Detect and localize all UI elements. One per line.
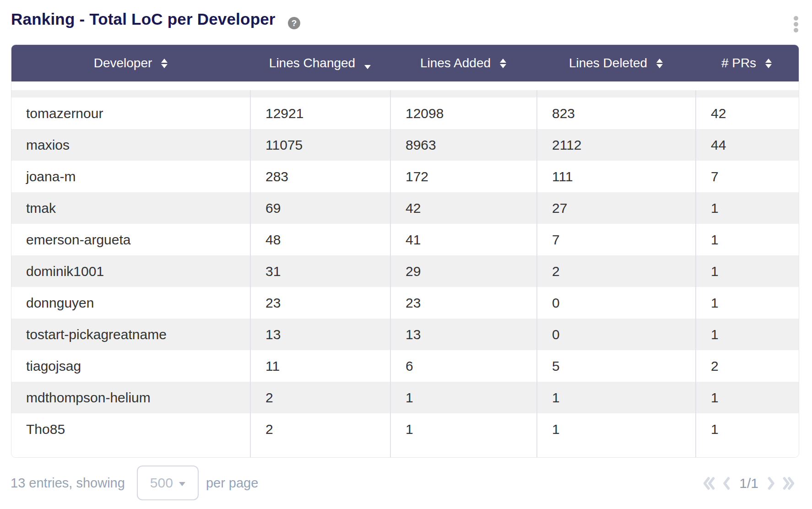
- help-glyph: ?: [292, 18, 297, 28]
- double-chevron-left-icon: [703, 477, 715, 490]
- value-cell: 1: [695, 413, 798, 445]
- value-cell: 12098: [390, 97, 536, 129]
- value-cell: 12921: [250, 97, 390, 129]
- table-row: tomazernour129211209882342: [11, 97, 799, 129]
- column-label: Developer: [94, 56, 152, 70]
- page-title: Ranking - Total LoC per Developer: [11, 10, 276, 28]
- value-cell: 1: [536, 382, 695, 413]
- value-cell: 23: [250, 287, 390, 319]
- value-cell: 29: [390, 255, 536, 287]
- help-icon[interactable]: ?: [288, 17, 300, 29]
- previous-page-button[interactable]: [723, 477, 730, 490]
- table-row: Tho852111: [11, 413, 799, 445]
- sort-toggle-icon: [161, 59, 168, 68]
- value-cell: 823: [536, 97, 695, 129]
- value-cell: 8963: [390, 129, 536, 161]
- sort-toggle-icon: [656, 59, 663, 68]
- developer-cell: emerson-argueta: [11, 224, 250, 255]
- table-header-row: DeveloperLines ChangedLines AddedLines D…: [11, 45, 799, 81]
- page-size-select[interactable]: 500: [137, 466, 199, 500]
- value-cell: 42: [390, 192, 536, 224]
- ranking-table: DeveloperLines ChangedLines AddedLines D…: [11, 44, 799, 458]
- table-row: dominik1001312921: [11, 255, 799, 287]
- table-row: maxios110758963211244: [11, 129, 799, 161]
- kebab-dot: [794, 16, 798, 21]
- developer-cell: donnguyen: [11, 287, 250, 319]
- column-header-developer[interactable]: Developer: [11, 45, 250, 81]
- table-rows: tomazernour129211209882342maxios11075896…: [11, 97, 799, 445]
- column-label: Lines Added: [420, 56, 491, 70]
- chevron-left-icon: [723, 477, 730, 490]
- next-page-button[interactable]: [768, 477, 775, 490]
- kebab-dot: [794, 22, 798, 27]
- table-scroll-gap: [11, 81, 799, 90]
- column-label: Lines Changed: [269, 56, 355, 70]
- value-cell: 5: [536, 350, 695, 382]
- value-cell: 1: [390, 382, 536, 413]
- per-page-label: per page: [206, 476, 259, 491]
- value-cell: 44: [695, 129, 798, 161]
- first-page-button[interactable]: [703, 477, 715, 490]
- value-cell: 111: [536, 161, 695, 192]
- value-cell: 1: [695, 287, 798, 319]
- column-label: # PRs: [721, 56, 756, 70]
- pager: 1/1: [703, 471, 795, 496]
- value-cell: 0: [536, 287, 695, 319]
- value-cell: 11: [250, 350, 390, 382]
- value-cell: 7: [536, 224, 695, 255]
- value-cell: 1: [695, 192, 798, 224]
- table-row: donnguyen232301: [11, 287, 799, 319]
- value-cell: 2112: [536, 129, 695, 161]
- table-row: tiagojsag11652: [11, 350, 799, 382]
- column-header-lines-changed[interactable]: Lines Changed: [250, 45, 390, 81]
- value-cell: 31: [250, 255, 390, 287]
- value-cell: 27: [536, 192, 695, 224]
- developer-cell: mdthompson-helium: [11, 382, 250, 413]
- developer-cell: Tho85: [11, 413, 250, 445]
- value-cell: 1: [695, 255, 798, 287]
- sort-toggle-icon: [765, 59, 772, 68]
- pagination-summary: 13 entries, showing 500 per page: [11, 466, 258, 500]
- table-row: joana-m2831721117: [11, 161, 799, 192]
- developer-cell: dominik1001: [11, 255, 250, 287]
- page-size-value: 500: [150, 475, 173, 491]
- last-page-button[interactable]: [783, 477, 795, 490]
- column-header-lines-deleted[interactable]: Lines Deleted: [536, 45, 695, 81]
- value-cell: 6: [390, 350, 536, 382]
- value-cell: 13: [250, 319, 390, 350]
- table-row: tostart-pickagreatname131301: [11, 319, 799, 350]
- developer-cell: maxios: [11, 129, 250, 161]
- value-cell: 0: [536, 319, 695, 350]
- developer-cell: tiagojsag: [11, 350, 250, 382]
- value-cell: 1: [695, 224, 798, 255]
- value-cell: 2: [250, 382, 390, 413]
- developer-cell: joana-m: [11, 161, 250, 192]
- developer-cell: tostart-pickagreatname: [11, 319, 250, 350]
- chevron-right-icon: [768, 477, 775, 490]
- table-body-filler: [11, 445, 799, 457]
- column-label: Lines Deleted: [569, 56, 647, 70]
- value-cell: 2: [695, 350, 798, 382]
- value-cell: 172: [390, 161, 536, 192]
- value-cell: 2: [536, 255, 695, 287]
- scrolled-row-sliver: [11, 90, 799, 97]
- value-cell: 2: [250, 413, 390, 445]
- value-cell: 41: [390, 224, 536, 255]
- value-cell: 42: [695, 97, 798, 129]
- developer-cell: tomazernour: [11, 97, 250, 129]
- kebab-menu-icon[interactable]: [793, 15, 799, 33]
- value-cell: 13: [390, 319, 536, 350]
- column-header-lines-added[interactable]: Lines Added: [390, 45, 536, 81]
- column-header-prs[interactable]: # PRs: [695, 45, 798, 81]
- value-cell: 11075: [250, 129, 390, 161]
- table-row: tmak6942271: [11, 192, 799, 224]
- page-indicator: 1/1: [739, 476, 758, 491]
- value-cell: 1: [695, 319, 798, 350]
- value-cell: 48: [250, 224, 390, 255]
- table-body: tomazernour129211209882342maxios11075896…: [11, 81, 799, 457]
- table-row: mdthompson-helium2111: [11, 382, 799, 413]
- sort-toggle-icon: [500, 59, 506, 68]
- value-cell: 1: [390, 413, 536, 445]
- table-row: emerson-argueta484171: [11, 224, 799, 255]
- value-cell: 283: [250, 161, 390, 192]
